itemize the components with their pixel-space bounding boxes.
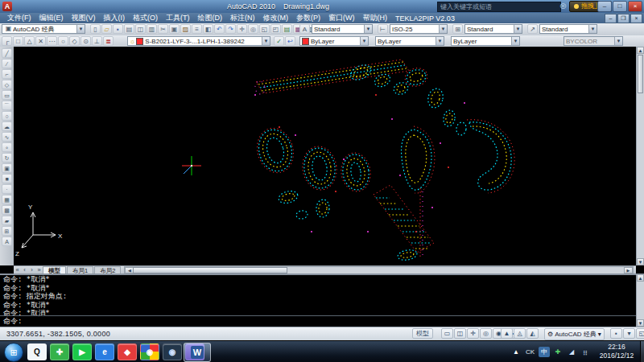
linetype-control-combo[interactable]: ByLayer ▼ bbox=[375, 36, 444, 46]
scroll-up-icon[interactable]: ▲ bbox=[637, 274, 644, 282]
dim-style-icon[interactable]: ⊢ bbox=[378, 24, 388, 34]
redo-icon[interactable]: ↷ bbox=[225, 24, 236, 34]
workspace-switch-button[interactable]: ⚙ AutoCAD 经典 ▾ bbox=[544, 328, 605, 340]
toolbar-lock-icon[interactable]: ▪ bbox=[610, 328, 622, 339]
clean-screen-icon[interactable]: ◱ bbox=[636, 328, 644, 339]
gradient-icon[interactable]: ▩ bbox=[2, 205, 12, 215]
snap-intersection-icon[interactable]: ✕ bbox=[35, 36, 46, 46]
iqiyi-icon[interactable]: ▶ bbox=[72, 343, 92, 360]
tab-layout1[interactable]: 布局1 bbox=[67, 266, 93, 274]
layer-properties-manager-icon[interactable]: ≣ bbox=[103, 36, 114, 46]
annotation-auto-icon[interactable]: ◭ bbox=[526, 328, 539, 339]
quick-view-layouts-icon[interactable]: ▭ bbox=[441, 328, 453, 339]
network-icon[interactable]: ⣶ bbox=[580, 348, 591, 356]
volume-icon[interactable]: ◢ bbox=[566, 348, 577, 356]
open-icon[interactable]: ▱ bbox=[101, 24, 112, 34]
menu-item[interactable]: 格式(O) bbox=[129, 13, 162, 23]
publish-icon[interactable]: ▥ bbox=[147, 24, 157, 34]
snap-extension-icon[interactable]: ⋯ bbox=[47, 36, 57, 46]
make-object-layer-current-icon[interactable]: ✓ bbox=[274, 36, 284, 46]
make-block-icon[interactable]: ■ bbox=[2, 174, 12, 183]
doc-restore-button[interactable]: ❐ bbox=[617, 14, 630, 23]
close-button[interactable]: × bbox=[628, 1, 642, 12]
tray-expand-icon[interactable]: ▲ bbox=[510, 348, 522, 356]
annotation-visibility-icon[interactable]: ◬ bbox=[514, 328, 526, 339]
chrome-browser-icon[interactable]: ◉ bbox=[140, 343, 159, 360]
arc-icon[interactable]: ⌒ bbox=[2, 101, 12, 110]
doc-close-button[interactable]: × bbox=[630, 14, 642, 23]
tab-model[interactable]: 模型 bbox=[43, 266, 66, 274]
properties-icon[interactable]: ▤ bbox=[282, 24, 292, 34]
match-properties-icon[interactable]: ≡ bbox=[192, 24, 202, 34]
scrollbar-thumb[interactable] bbox=[133, 267, 287, 274]
annotation-scale-icon[interactable]: ▲ bbox=[501, 328, 513, 339]
menu-item[interactable]: TEKLA2PIP V2.03 bbox=[391, 14, 459, 23]
show-desktop-button[interactable] bbox=[640, 341, 644, 362]
quick-view-drawings-icon[interactable]: ◫ bbox=[454, 328, 466, 339]
canvas-horizontal-scrollbar[interactable]: ◀ ▶ bbox=[124, 266, 634, 274]
color-control-combo[interactable]: ByLayer ▼ bbox=[299, 36, 369, 46]
drawing-viewport[interactable]: Y X Z bbox=[14, 47, 636, 265]
layer-combo[interactable]: ☼ S-B2021-LYF-3-...1-LPH-1-389242 ▼ bbox=[127, 36, 270, 46]
scroll-up-icon[interactable]: ▲ bbox=[637, 47, 644, 54]
mleader-style-combo[interactable]: Standard ▼ bbox=[539, 24, 597, 34]
save-icon[interactable]: ▪ bbox=[113, 24, 123, 34]
ellipse-arc-icon[interactable]: ↻ bbox=[2, 153, 12, 162]
menu-item[interactable]: 文件(F) bbox=[3, 13, 35, 23]
table-style-combo[interactable]: Standard ▼ bbox=[464, 24, 522, 34]
menu-item[interactable]: 工具(T) bbox=[162, 13, 194, 23]
menu-item[interactable]: 标注(N) bbox=[226, 13, 259, 23]
rectangle-icon[interactable]: ▭ bbox=[2, 90, 12, 100]
table-style-icon[interactable]: ⊞ bbox=[452, 24, 463, 34]
region-icon[interactable]: ▰ bbox=[2, 216, 12, 225]
status-tray-arrow-icon[interactable]: ▾ bbox=[623, 328, 635, 339]
polygon-icon[interactable]: ◇ bbox=[2, 80, 12, 89]
mleader-style-icon[interactable]: ↗ bbox=[527, 24, 538, 34]
doc-minimize-button[interactable]: – bbox=[605, 14, 617, 23]
zoom-icon[interactable]: ◎ bbox=[480, 328, 492, 339]
snap-quadrant-icon[interactable]: ◇ bbox=[69, 36, 80, 46]
spline-icon[interactable]: ∿ bbox=[2, 132, 12, 142]
menu-item[interactable]: 帮助(H) bbox=[359, 13, 392, 23]
media-app-icon[interactable]: ◆ bbox=[118, 343, 137, 360]
command-line-window[interactable]: 命令: *取消*命令: *取消*命令: 指定对角点:命令: *取消*命令: *取… bbox=[0, 274, 644, 327]
construction-line-icon[interactable]: ⁄ bbox=[2, 59, 12, 68]
menu-item[interactable]: 窗口(W) bbox=[324, 13, 359, 23]
model-space-button[interactable]: 模型 bbox=[412, 328, 433, 339]
zoom-window-icon[interactable]: ◱ bbox=[259, 24, 270, 34]
tab-nav-icon[interactable]: » bbox=[35, 266, 43, 274]
polyline-icon[interactable]: ⌐ bbox=[2, 69, 12, 79]
search-binoculars-icon[interactable]: ◎ bbox=[559, 2, 568, 10]
menu-item[interactable]: 视图(V) bbox=[68, 13, 100, 23]
antivirus-tray-icon[interactable]: ✚ bbox=[552, 348, 564, 356]
canvas-vertical-scrollbar[interactable]: ▲ ▼ bbox=[636, 47, 644, 265]
autocad-app-icon[interactable]: A bbox=[2, 2, 12, 11]
tab-layout2[interactable]: 布局2 bbox=[94, 266, 121, 274]
zoom-realtime-icon[interactable]: ◎ bbox=[248, 24, 258, 34]
infocenter-search-input[interactable] bbox=[437, 2, 561, 12]
scroll-right-icon[interactable]: ▶ bbox=[624, 267, 633, 274]
text-style-combo[interactable]: Standard ▼ bbox=[312, 24, 373, 34]
qq-icon[interactable]: Q bbox=[27, 343, 47, 360]
ie-browser-icon[interactable]: e bbox=[95, 343, 114, 360]
block-editor-icon[interactable]: ◧ bbox=[203, 24, 213, 34]
revision-cloud-icon[interactable]: ☁ bbox=[2, 121, 12, 131]
table-icon[interactable]: ⊞ bbox=[2, 226, 12, 236]
point-icon[interactable]: · bbox=[2, 184, 12, 194]
tab-nav-icon[interactable]: « bbox=[14, 266, 21, 274]
zoom-previous-icon[interactable]: ◰ bbox=[270, 24, 281, 34]
security-app-icon[interactable]: ✚ bbox=[50, 343, 69, 360]
snap-endpoint-icon[interactable]: □ bbox=[13, 36, 23, 46]
snap-center-icon[interactable]: ○ bbox=[58, 36, 68, 46]
tray-app-ck[interactable]: CK bbox=[524, 348, 536, 356]
menu-item[interactable]: 绘图(D) bbox=[194, 13, 227, 23]
scroll-down-icon[interactable]: ▼ bbox=[637, 319, 644, 327]
menu-item[interactable]: 参数(P) bbox=[292, 13, 324, 23]
minimize-button[interactable]: – bbox=[597, 1, 612, 12]
paste-icon[interactable]: ▨ bbox=[180, 24, 191, 34]
snap-from-icon[interactable]: ┌ bbox=[2, 36, 12, 46]
start-button[interactable]: ⊞ bbox=[4, 343, 23, 362]
maximize-button[interactable]: □ bbox=[613, 1, 627, 12]
tab-nav-icon[interactable]: ‹ bbox=[21, 266, 28, 274]
eye-protect-icon[interactable]: ◉ bbox=[163, 343, 182, 360]
